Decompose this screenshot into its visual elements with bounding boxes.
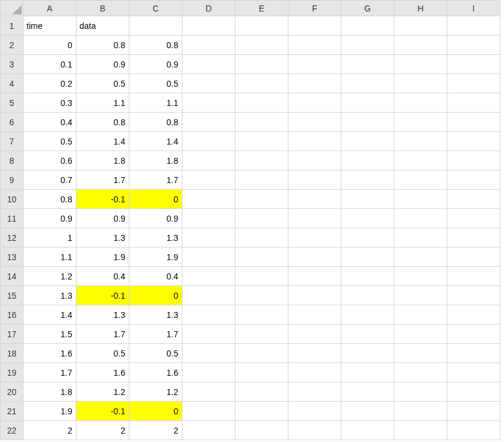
cell-C21[interactable]: 0 (129, 402, 182, 421)
cell-F8[interactable] (288, 151, 341, 170)
cell-C2[interactable]: 0.8 (129, 36, 182, 55)
cell-H16[interactable] (394, 305, 447, 325)
cell-B8[interactable]: 1.8 (76, 151, 129, 170)
cell-C19[interactable]: 1.6 (129, 363, 182, 382)
cell-E3[interactable] (235, 55, 288, 74)
cell-A20[interactable]: 1.8 (23, 382, 76, 402)
cell-H9[interactable] (394, 170, 447, 190)
cell-F4[interactable] (288, 74, 341, 93)
cell-A11[interactable]: 0.9 (23, 209, 76, 228)
cell-G10[interactable] (341, 190, 394, 209)
cell-C4[interactable]: 0.5 (129, 74, 182, 93)
cell-C8[interactable]: 1.8 (129, 151, 182, 170)
spreadsheet-grid[interactable]: A B C D E F G H I 1timedata200.80.830.10… (0, 0, 500, 440)
row-header-17[interactable]: 17 (1, 325, 23, 344)
cell-E19[interactable] (235, 363, 288, 382)
cell-G12[interactable] (341, 228, 394, 247)
cell-D14[interactable] (182, 267, 235, 286)
cell-F14[interactable] (288, 267, 341, 286)
cell-F3[interactable] (288, 55, 341, 74)
cell-I13[interactable] (447, 247, 500, 267)
cell-H11[interactable] (394, 209, 447, 228)
cell-F11[interactable] (288, 209, 341, 228)
cell-F2[interactable] (288, 36, 341, 55)
cell-E18[interactable] (235, 344, 288, 363)
cell-B21[interactable]: -0.1 (76, 402, 129, 421)
cell-G6[interactable] (341, 113, 394, 132)
cell-G17[interactable] (341, 325, 394, 344)
row-header-14[interactable]: 14 (1, 267, 23, 286)
cell-I14[interactable] (447, 267, 500, 286)
row-header-20[interactable]: 20 (1, 382, 23, 402)
col-header-F[interactable]: F (288, 1, 341, 16)
cell-A21[interactable]: 1.9 (23, 402, 76, 421)
col-header-I[interactable]: I (447, 1, 500, 16)
cell-I16[interactable] (447, 305, 500, 325)
cell-A15[interactable]: 1.3 (23, 286, 76, 305)
cell-D9[interactable] (182, 170, 235, 190)
cell-F19[interactable] (288, 363, 341, 382)
cell-G3[interactable] (341, 55, 394, 74)
cell-I4[interactable] (447, 74, 500, 93)
cell-D6[interactable] (182, 113, 235, 132)
cell-F7[interactable] (288, 132, 341, 151)
cell-B12[interactable]: 1.3 (76, 228, 129, 247)
cell-H18[interactable] (394, 344, 447, 363)
cell-B5[interactable]: 1.1 (76, 93, 129, 113)
cell-F15[interactable] (288, 286, 341, 305)
cell-D13[interactable] (182, 247, 235, 267)
cell-H21[interactable] (394, 402, 447, 421)
cell-B9[interactable]: 1.7 (76, 170, 129, 190)
cell-E15[interactable] (235, 286, 288, 305)
row-header-3[interactable]: 3 (1, 55, 23, 74)
row-header-12[interactable]: 12 (1, 228, 23, 247)
cell-I7[interactable] (447, 132, 500, 151)
col-header-G[interactable]: G (341, 1, 394, 16)
cell-A6[interactable]: 0.4 (23, 113, 76, 132)
cell-D17[interactable] (182, 325, 235, 344)
cell-H8[interactable] (394, 151, 447, 170)
cell-E6[interactable] (235, 113, 288, 132)
cell-D22[interactable] (182, 421, 235, 440)
cell-G9[interactable] (341, 170, 394, 190)
cell-H14[interactable] (394, 267, 447, 286)
cell-G14[interactable] (341, 267, 394, 286)
cell-E8[interactable] (235, 151, 288, 170)
row-header-7[interactable]: 7 (1, 132, 23, 151)
cell-I3[interactable] (447, 55, 500, 74)
cell-I22[interactable] (447, 421, 500, 440)
cell-E11[interactable] (235, 209, 288, 228)
cell-G20[interactable] (341, 382, 394, 402)
cell-B19[interactable]: 1.6 (76, 363, 129, 382)
cell-D18[interactable] (182, 344, 235, 363)
cell-G18[interactable] (341, 344, 394, 363)
cell-F20[interactable] (288, 382, 341, 402)
cell-A3[interactable]: 0.1 (23, 55, 76, 74)
cell-E1[interactable] (235, 16, 288, 36)
col-header-E[interactable]: E (235, 1, 288, 16)
col-header-C[interactable]: C (129, 1, 182, 16)
cell-E21[interactable] (235, 402, 288, 421)
cell-F16[interactable] (288, 305, 341, 325)
cell-H7[interactable] (394, 132, 447, 151)
cell-G5[interactable] (341, 93, 394, 113)
row-header-19[interactable]: 19 (1, 363, 23, 382)
cell-H12[interactable] (394, 228, 447, 247)
cell-F21[interactable] (288, 402, 341, 421)
cell-H3[interactable] (394, 55, 447, 74)
cell-B10[interactable]: -0.1 (76, 190, 129, 209)
cell-E16[interactable] (235, 305, 288, 325)
cell-F18[interactable] (288, 344, 341, 363)
cell-I2[interactable] (447, 36, 500, 55)
cell-G21[interactable] (341, 402, 394, 421)
cell-C7[interactable]: 1.4 (129, 132, 182, 151)
cell-A22[interactable]: 2 (23, 421, 76, 440)
row-header-21[interactable]: 21 (1, 402, 23, 421)
cell-E5[interactable] (235, 93, 288, 113)
cell-I17[interactable] (447, 325, 500, 344)
cell-A8[interactable]: 0.6 (23, 151, 76, 170)
row-header-10[interactable]: 10 (1, 190, 23, 209)
cell-G4[interactable] (341, 74, 394, 93)
cell-G13[interactable] (341, 247, 394, 267)
cell-B15[interactable]: -0.1 (76, 286, 129, 305)
